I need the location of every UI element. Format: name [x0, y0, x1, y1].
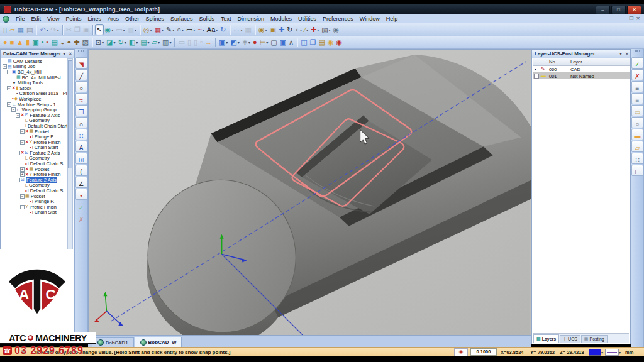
tree-expander[interactable]: − [7, 102, 11, 107]
tree-item[interactable]: •IChain Stat [1, 210, 68, 216]
color-palette-button[interactable]: ▦▾ [154, 25, 164, 35]
select-window-button[interactable]: ▣ [279, 38, 287, 48]
window-tile-button[interactable]: ◫ [300, 38, 308, 48]
dropdown-arrow-icon[interactable]: ▾ [203, 28, 204, 32]
tree-item[interactable]: −▦Pocket [1, 194, 68, 199]
dropdown-arrow-icon[interactable]: ▾ [172, 28, 174, 32]
tree-item[interactable]: −✕▦Pocket [1, 129, 68, 134]
draw-pencil-button[interactable]: ✎▾ [165, 25, 175, 35]
regenerate-button[interactable]: ↻ [219, 25, 226, 35]
doc-tab-bobcad1[interactable]: BobCAD1 [92, 337, 134, 347]
dropdown-arrow-icon[interactable]: ▾ [182, 28, 184, 32]
dropdown-arrow-icon[interactable]: ▾ [306, 28, 308, 32]
dropdown-arrow-icon[interactable]: ▾ [266, 40, 268, 45]
tree-item[interactable]: −✕▮Stock [1, 85, 68, 91]
dropdown-arrow-icon[interactable]: ▾ [150, 28, 152, 32]
dropdown-arrow-icon[interactable]: ▾ [113, 40, 115, 45]
solid-cube-button[interactable]: ■ [9, 38, 15, 48]
solid-rotate-button[interactable]: ↻▾ [117, 38, 126, 48]
select-frame-button[interactable]: ▢ [270, 38, 277, 48]
tree-expander[interactable]: + [20, 167, 25, 172]
tree-item[interactable]: ▪Carbon Steel 1018 - Plain ( [1, 91, 68, 97]
dropdown-arrow-icon[interactable]: ▾ [47, 28, 48, 32]
solid-cylinder-button[interactable]: ▮ [25, 38, 30, 48]
tree-item[interactable]: •IPlunge P. [1, 199, 68, 204]
arc-peak-button[interactable]: ∧ [288, 38, 294, 48]
select-arrow-button[interactable]: ↖ [96, 25, 103, 35]
tree-expander[interactable]: − [7, 70, 11, 74]
solid-sphere-button[interactable]: ● [3, 38, 8, 48]
menu-window[interactable]: Window [357, 15, 383, 23]
view-cube-button[interactable]: ▧▾ [321, 25, 331, 35]
frame-grid-button[interactable]: ⊞ [75, 153, 87, 164]
t-square-button[interactable]: ⊢▾ [259, 38, 269, 48]
close-window-button[interactable]: ✕ [627, 6, 641, 14]
apply-check-button[interactable]: ✓ [631, 57, 643, 69]
solid-stack-button[interactable]: ▤ [50, 38, 58, 48]
extract-edges-button[interactable]: ✻▾ [242, 38, 251, 48]
tree-expander[interactable]: − [20, 140, 25, 145]
tree-item[interactable]: •IDefault Chain S [1, 161, 68, 167]
ucs-cube-button[interactable]: ▣▾ [218, 38, 228, 48]
arc-tool-button[interactable]: ( [75, 165, 87, 176]
dropdown-arrow-icon[interactable]: ▾ [317, 28, 319, 32]
active-color-swatch[interactable] [589, 349, 601, 356]
line-style-swatch[interactable] [605, 349, 619, 356]
orbit-button[interactable]: ↻ [286, 25, 293, 35]
panel-close-button[interactable]: ✕ [67, 50, 74, 57]
center-cross-button[interactable]: ✚▾ [310, 25, 319, 35]
snap-points-button[interactable]: ∷ [75, 129, 87, 140]
menu-points[interactable]: Points [62, 15, 84, 23]
shade-mode-button[interactable]: ◐▾ [294, 25, 303, 35]
solid-boolean-button[interactable]: ◧▾ [128, 38, 138, 48]
tree-item[interactable]: •IPlunge P. [1, 134, 68, 140]
dropdown-arrow-icon[interactable]: ▾ [226, 40, 228, 45]
tree-expander[interactable]: − [16, 151, 20, 155]
zoom-previous-button[interactable]: ◎▾ [143, 25, 153, 35]
solid-flip-button[interactable]: ◪▾ [106, 38, 116, 48]
layer-row[interactable]: ▬001Not Named [533, 72, 630, 79]
menu-dimension[interactable]: Dimension [235, 15, 268, 23]
face-extract-button[interactable]: ⊡▾ [95, 38, 104, 48]
viewport-3d[interactable] [88, 49, 531, 336]
menu-other[interactable]: Other [122, 15, 143, 23]
zoom-magnify-button[interactable]: ◉▾ [258, 25, 268, 35]
linestyle-dropdown-icon[interactable]: ▾ [619, 350, 621, 354]
draw-circle-button[interactable]: ○ [75, 81, 87, 92]
menu-file[interactable]: File [13, 15, 28, 23]
menu-text[interactable]: Text [218, 15, 235, 23]
dropdown-arrow-icon[interactable]: ▾ [329, 28, 331, 32]
tree-item[interactable]: −✕⊡Feature 2 Axis [1, 112, 68, 118]
dropdown-arrow-icon[interactable]: ▾ [193, 28, 195, 32]
tree-item[interactable]: LGeometry [1, 118, 68, 124]
new-file-button[interactable]: ▯ [3, 25, 8, 35]
strip-grip[interactable] [78, 50, 84, 57]
tree-expander[interactable]: − [16, 178, 20, 182]
dropdown-arrow-icon[interactable]: ▾ [241, 28, 243, 32]
snap-increment-field[interactable]: 0.1000 [470, 348, 497, 356]
tree-item[interactable]: −▤Milling Job [1, 64, 68, 70]
solid-torus-button[interactable]: ◒ [60, 38, 65, 48]
wrap-geometry-button[interactable]: ≈ [75, 93, 87, 104]
tree-item[interactable]: +✕YProfile Finish [1, 172, 68, 177]
angle-dim-button[interactable]: ∠ [75, 177, 87, 188]
menu-solids[interactable]: Solids [196, 15, 218, 23]
swatch-item-button[interactable]: ▬ [631, 129, 643, 140]
menu-edit[interactable]: Edit [28, 15, 45, 23]
solid-subtract-button[interactable]: ▪ [46, 38, 50, 48]
tree-item[interactable]: •◆Workpiece [1, 96, 68, 102]
draw-line-button[interactable]: ╱ [75, 69, 87, 80]
dropdown-arrow-icon[interactable]: ▾ [148, 40, 150, 45]
tree-item[interactable]: −∟Wrapping Group [1, 107, 68, 112]
undo-button[interactable]: ↶▾ [39, 25, 48, 35]
snap-mode-button[interactable]: ◉▾ [104, 25, 114, 35]
tree-item[interactable]: ▼Milling Tools [1, 80, 68, 85]
analyze-button[interactable]: ∕▾ [304, 25, 309, 35]
tree-item[interactable]: −✕⊡Feature 2 Axis [1, 150, 68, 156]
render-view-button[interactable]: ◉ [333, 25, 340, 35]
layer-row[interactable]: •✎000CAD [533, 65, 630, 72]
tab-posting[interactable]: ▦Posting [581, 335, 608, 343]
doc-extract-button[interactable]: ▤ [318, 38, 325, 48]
tree-expander[interactable]: − [16, 113, 20, 118]
menu-modules[interactable]: Modules [267, 15, 295, 23]
